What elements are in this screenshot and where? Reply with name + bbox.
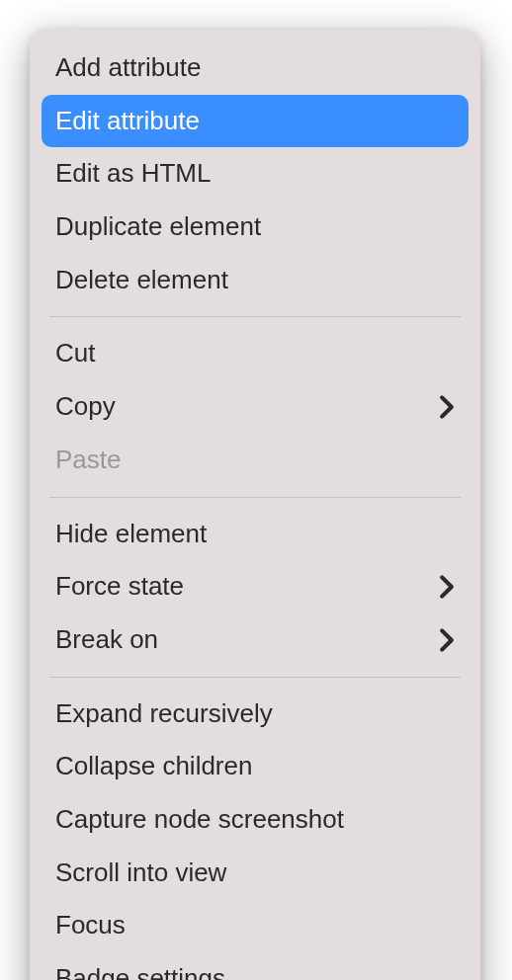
- menu-item-label: Delete element: [55, 262, 228, 299]
- menu-item-label: Add attribute: [55, 49, 201, 87]
- menu-separator: [49, 316, 461, 317]
- menu-item-label: Edit as HTML: [55, 155, 212, 193]
- menu-item-label: Force state: [55, 568, 184, 606]
- menu-item-capture-node-screenshot[interactable]: Capture node screenshot: [30, 793, 480, 847]
- menu-item-label: Expand recursively: [55, 695, 273, 733]
- menu-item-label: Break on: [55, 621, 158, 659]
- menu-item-duplicate-element[interactable]: Duplicate element: [30, 201, 480, 254]
- menu-item-copy[interactable]: Copy: [30, 380, 480, 434]
- menu-item-delete-element[interactable]: Delete element: [30, 254, 480, 307]
- menu-separator: [49, 497, 461, 498]
- menu-item-label: Cut: [55, 335, 95, 372]
- menu-item-hide-element[interactable]: Hide element: [30, 508, 480, 561]
- menu-item-expand-recursively[interactable]: Expand recursively: [30, 688, 480, 741]
- menu-item-edit-as-html[interactable]: Edit as HTML: [30, 147, 480, 201]
- menu-item-force-state[interactable]: Force state: [30, 560, 480, 613]
- menu-item-label: Scroll into view: [55, 855, 226, 892]
- menu-item-collapse-children[interactable]: Collapse children: [30, 740, 480, 793]
- menu-item-label: Focus: [55, 907, 126, 944]
- menu-item-add-attribute[interactable]: Add attribute: [30, 41, 480, 95]
- menu-item-break-on[interactable]: Break on: [30, 613, 480, 667]
- chevron-right-icon: [439, 394, 455, 420]
- menu-item-edit-attribute[interactable]: Edit attribute: [42, 95, 469, 148]
- context-menu: Add attribute Edit attribute Edit as HTM…: [30, 30, 480, 980]
- menu-item-paste: Paste: [30, 434, 480, 487]
- menu-item-label: Collapse children: [55, 748, 252, 785]
- menu-item-label: Duplicate element: [55, 208, 261, 246]
- menu-separator: [49, 677, 461, 678]
- menu-item-label: Badge settings…: [55, 960, 251, 980]
- menu-item-label: Capture node screenshot: [55, 801, 344, 839]
- chevron-right-icon: [439, 627, 455, 653]
- menu-item-label: Copy: [55, 388, 116, 426]
- menu-item-badge-settings[interactable]: Badge settings…: [30, 952, 480, 980]
- menu-item-label: Hide element: [55, 516, 207, 553]
- menu-item-focus[interactable]: Focus: [30, 899, 480, 952]
- menu-item-label: Edit attribute: [55, 103, 200, 140]
- menu-item-label: Paste: [55, 442, 122, 479]
- chevron-right-icon: [439, 574, 455, 600]
- menu-item-cut[interactable]: Cut: [30, 327, 480, 380]
- menu-item-scroll-into-view[interactable]: Scroll into view: [30, 847, 480, 900]
